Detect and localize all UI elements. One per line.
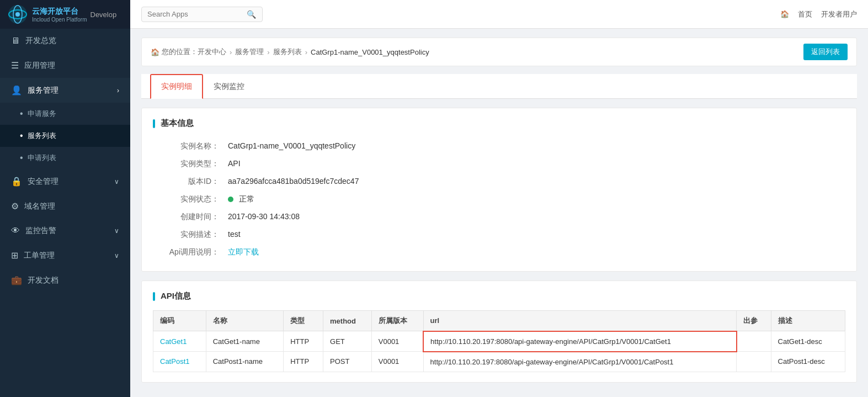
sidebar-item-app-manage[interactable]: ☰ 应用管理 bbox=[0, 53, 130, 78]
cell-id: CatPost1 bbox=[153, 352, 206, 372]
sidebar-item-monitor-alert[interactable]: 👁 监控告警 ∨ bbox=[0, 219, 130, 243]
logo-develop-text: Develop bbox=[90, 10, 117, 19]
cell-method: POST bbox=[323, 352, 372, 372]
cell-name: CatPost1-name bbox=[206, 352, 284, 372]
sidebar-item-label: 申请服务 bbox=[28, 109, 56, 119]
col-header-url: url bbox=[423, 311, 737, 331]
sidebar-item-service-manage[interactable]: 👤 服务管理 › bbox=[0, 78, 130, 103]
cell-type: HTTP bbox=[284, 352, 323, 372]
monitor-icon: 🖥 bbox=[11, 36, 20, 46]
field-value-created: 2017-09-30 14:43:08 bbox=[228, 212, 300, 221]
breadcrumb: 🏠 您的位置： 开发中心 › 服务管理 › 服务列表 › CatGrp1-nam… bbox=[141, 38, 857, 66]
search-box[interactable]: 🔍 bbox=[141, 7, 263, 22]
field-label: 实例名称： bbox=[153, 141, 219, 151]
back-to-list-button[interactable]: 返回列表 bbox=[803, 44, 848, 60]
breadcrumb-current: CatGrp1-name_V0001_yqqtestPolicy bbox=[311, 48, 429, 56]
breadcrumb-sep: › bbox=[230, 48, 232, 56]
logo-icon bbox=[8, 4, 28, 24]
col-header-code: 编码 bbox=[153, 311, 206, 331]
cell-version: V0001 bbox=[371, 352, 423, 372]
app-icon: ☰ bbox=[11, 60, 19, 71]
cell-params bbox=[737, 331, 771, 352]
field-value-version-id: aa7a296afcca481ba0d519efc7cdec47 bbox=[228, 177, 359, 186]
cell-url-highlighted: http://10.110.20.197:8080/api-gateway-en… bbox=[423, 331, 737, 352]
cell-desc: CatPost1-desc bbox=[771, 352, 845, 372]
breadcrumb-sep: › bbox=[305, 48, 307, 56]
grid-icon: ⊞ bbox=[11, 250, 18, 261]
sidebar-item-dev-overview[interactable]: 🖥 开发总览 bbox=[0, 29, 130, 53]
table-row: CatGet1 CatGet1-name HTTP GET V0001 http… bbox=[153, 331, 845, 352]
field-label: 版本ID： bbox=[153, 177, 219, 187]
dev-user-link[interactable]: 开发者用户 bbox=[821, 9, 857, 19]
breadcrumb-sep: › bbox=[267, 48, 269, 56]
sidebar-item-label: 域名管理 bbox=[24, 202, 55, 211]
sidebar-item-label: 开发文档 bbox=[28, 276, 58, 285]
sidebar-item-label: 安全管理 bbox=[28, 177, 58, 187]
sidebar-item-dev-docs[interactable]: 💼 开发文档 bbox=[0, 268, 130, 293]
breadcrumb-label: 您的位置： bbox=[162, 47, 198, 57]
field-value-status: 正常 bbox=[228, 194, 254, 204]
sidebar-item-label: 应用管理 bbox=[24, 61, 55, 71]
content-area: 🏠 您的位置： 开发中心 › 服务管理 › 服务列表 › CatGrp1-nam… bbox=[130, 29, 868, 397]
docs-icon: 💼 bbox=[11, 275, 22, 285]
info-row-name: 实例名称： CatGrp1-name_V0001_yqqtestPolicy bbox=[153, 137, 845, 155]
search-input[interactable] bbox=[147, 10, 247, 18]
sidebar-item-label: 开发总览 bbox=[25, 36, 56, 46]
table-row: CatPost1 CatPost1-name HTTP POST V0001 h… bbox=[153, 352, 845, 372]
field-label: 实例描述： bbox=[153, 230, 219, 240]
info-row-version-id: 版本ID： aa7a296afcca481ba0d519efc7cdec47 bbox=[153, 173, 845, 190]
api-id-link[interactable]: CatGet1 bbox=[160, 337, 187, 346]
sidebar-item-label: 服务管理 bbox=[28, 86, 58, 96]
chevron-down-icon: ∨ bbox=[114, 178, 119, 186]
basic-info-panel: 基本信息 实例名称： CatGrp1-name_V0001_yqqtestPol… bbox=[141, 108, 857, 272]
field-label: Api调用说明： bbox=[153, 247, 219, 257]
tab-instance-monitor[interactable]: 实例监控 bbox=[203, 75, 255, 99]
sidebar: 云海开放平台 Incloud Open Platform Develop 🖥 开… bbox=[0, 0, 130, 397]
cell-name: CatGet1-name bbox=[206, 331, 284, 352]
breadcrumb-item[interactable]: 服务管理 bbox=[235, 47, 264, 57]
field-label: 创建时间： bbox=[153, 212, 219, 222]
cell-type: HTTP bbox=[284, 331, 323, 352]
basic-info-table: 实例名称： CatGrp1-name_V0001_yqqtestPolicy 实… bbox=[153, 137, 845, 261]
cell-id: CatGet1 bbox=[153, 331, 206, 352]
search-icon: 🔍 bbox=[247, 10, 256, 19]
field-value-desc: test bbox=[228, 230, 241, 239]
tabs: 实例明细 实例监控 bbox=[141, 74, 857, 99]
api-info-panel: API信息 编码 名称 类型 method 所属版本 url 出参 描述 bbox=[141, 280, 857, 383]
cell-params bbox=[737, 352, 771, 372]
sidebar-item-order-manage[interactable]: ⊞ 工单管理 ∨ bbox=[0, 243, 130, 268]
sidebar-item-domain-manage[interactable]: ⚙ 域名管理 bbox=[0, 194, 130, 219]
sidebar-nav: 🖥 开发总览 ☰ 应用管理 👤 服务管理 › 申请服务 服务列表 申请列表 🔒 … bbox=[0, 29, 130, 397]
svg-point-3 bbox=[15, 12, 20, 17]
sidebar-item-security-manage[interactable]: 🔒 安全管理 ∨ bbox=[0, 169, 130, 194]
chevron-down-icon: ∨ bbox=[114, 227, 119, 235]
logo-sub-text: Incloud Open Platform bbox=[32, 17, 87, 23]
info-row-created: 创建时间： 2017-09-30 14:43:08 bbox=[153, 208, 845, 226]
top-right: 🏠 首页 开发者用户 bbox=[780, 9, 857, 19]
eye-icon: 👁 bbox=[11, 226, 20, 236]
tab-instance-detail[interactable]: 实例明细 bbox=[150, 74, 203, 99]
sidebar-item-apply-list[interactable]: 申请列表 bbox=[0, 147, 130, 169]
sidebar-item-service-list[interactable]: 服务列表 bbox=[0, 125, 130, 147]
col-header-method: method bbox=[323, 311, 372, 331]
home-link[interactable]: 首页 bbox=[798, 9, 812, 19]
field-label: 实例状态： bbox=[153, 194, 219, 204]
info-row-desc: 实例描述： test bbox=[153, 226, 845, 244]
chevron-down-icon: ∨ bbox=[114, 252, 119, 260]
col-header-type: 类型 bbox=[284, 311, 323, 331]
main-area: 🔍 🏠 首页 开发者用户 🏠 您的位置： 开发中心 › 服务管理 › 服务列表 … bbox=[130, 0, 868, 397]
lock-icon: 🔒 bbox=[11, 176, 22, 187]
col-header-desc: 描述 bbox=[771, 311, 845, 331]
logo-main-text: 云海开放平台 bbox=[32, 7, 87, 17]
home-icon: 🏠 bbox=[780, 10, 789, 18]
cell-version: V0001 bbox=[371, 331, 423, 352]
breadcrumb-item[interactable]: 开发中心 bbox=[198, 47, 226, 57]
cell-desc: CatGet1-desc bbox=[771, 331, 845, 352]
download-link[interactable]: 立即下载 bbox=[228, 247, 259, 257]
sidebar-item-apply-service[interactable]: 申请服务 bbox=[0, 103, 130, 125]
api-id-link[interactable]: CatPost1 bbox=[160, 357, 189, 366]
breadcrumb-item[interactable]: 服务列表 bbox=[273, 47, 302, 57]
domain-icon: ⚙ bbox=[11, 201, 19, 211]
api-table: 编码 名称 类型 method 所属版本 url 出参 描述 CatGet1 C… bbox=[153, 310, 845, 372]
basic-info-title: 基本信息 bbox=[153, 118, 845, 129]
